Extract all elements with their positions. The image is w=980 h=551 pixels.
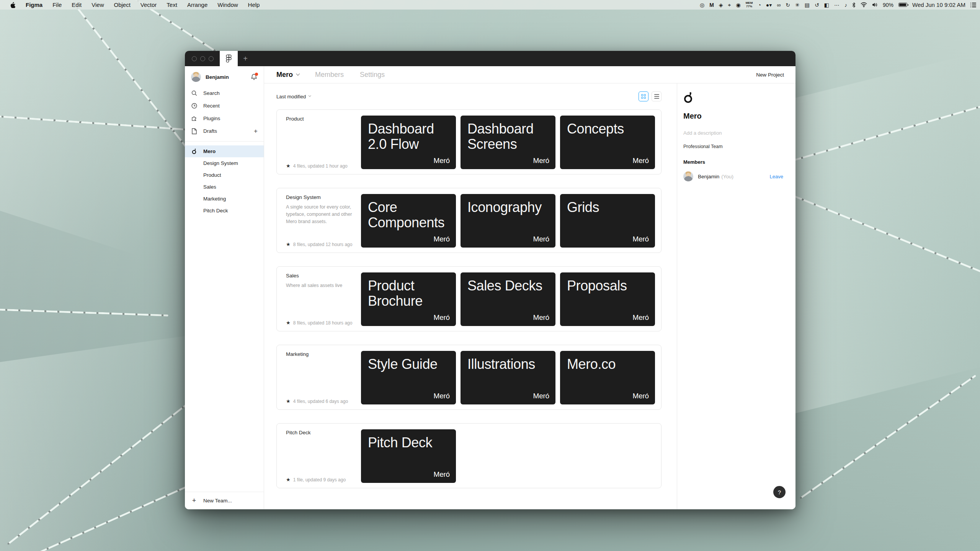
file-tile[interactable]: Proposals Meró <box>560 272 655 326</box>
menu-file[interactable]: File <box>47 2 67 8</box>
project-card-design-system[interactable]: Design System A single source for every … <box>276 188 662 253</box>
zoom-window-button[interactable] <box>209 56 214 61</box>
sidebar-project-design-system[interactable]: Design System <box>185 157 264 169</box>
favorite-star-icon[interactable]: ★ <box>286 398 291 404</box>
home-tab[interactable] <box>220 51 238 66</box>
menu-app-name[interactable]: Figma <box>21 2 47 8</box>
menu-edit[interactable]: Edit <box>67 2 87 8</box>
team-name-dropdown[interactable]: Mero <box>276 71 299 79</box>
sidebar-project-pitch-deck[interactable]: Pitch Deck <box>185 205 264 217</box>
project-card-pitch-deck[interactable]: Pitch Deck ★ 1 file, updated 9 days ago … <box>276 423 662 488</box>
menu-vector[interactable]: Vector <box>136 2 162 8</box>
project-title[interactable]: Sales <box>286 273 359 279</box>
new-tab-button[interactable]: + <box>238 51 253 66</box>
gauge-icon[interactable]: ◔ <box>758 2 761 8</box>
menu-arrange[interactable]: Arrange <box>182 2 212 8</box>
file-tile[interactable]: Illustrations Meró <box>461 351 555 404</box>
sidebar-project-marketing[interactable]: Marketing <box>185 193 264 205</box>
wifi-icon[interactable] <box>861 2 867 7</box>
shutter-icon[interactable]: ✳ <box>795 2 800 8</box>
eyedropper-icon[interactable]: ⌖ <box>728 2 731 8</box>
adobe-cc-icon[interactable]: ◎ <box>700 2 704 8</box>
favorite-star-icon[interactable]: ★ <box>286 163 291 169</box>
favorite-star-icon[interactable]: ★ <box>286 477 291 483</box>
sort-dropdown[interactable]: Last modified <box>276 94 310 99</box>
project-card-info: Product ★ 4 files, updated 1 hour ago <box>286 116 359 169</box>
location-icon[interactable]: ◉ <box>736 2 740 8</box>
leave-team-link[interactable]: Leave <box>770 174 783 179</box>
tab-members[interactable]: Members <box>315 71 344 79</box>
memory-status[interactable]: MEM 77% <box>746 2 753 8</box>
notification-dot <box>255 73 258 76</box>
project-card-sales[interactable]: Sales Where all sales assets live ★ 8 fi… <box>276 266 662 331</box>
project-card-info: Pitch Deck ★ 1 file, updated 9 days ago <box>286 430 359 483</box>
more-dots-icon[interactable]: ⋯ <box>834 2 840 8</box>
file-tile[interactable]: Core Components Meró <box>361 194 456 248</box>
minimize-window-button[interactable] <box>200 56 205 61</box>
bluetooth-icon[interactable] <box>852 2 856 8</box>
file-tile[interactable]: Iconography Meró <box>461 194 555 248</box>
m-app-icon[interactable]: M <box>709 2 714 8</box>
favorite-star-icon[interactable]: ★ <box>286 241 291 247</box>
sidebar-item-recent[interactable]: Recent <box>185 99 264 112</box>
app-body: Benjamin Search Rece <box>185 66 795 509</box>
pointer-app-icon[interactable]: ●▾ <box>766 2 772 8</box>
grid-view-button[interactable] <box>639 91 648 101</box>
wallpaper-leaf-edge <box>0 308 168 316</box>
file-tile[interactable]: Grids Meró <box>560 194 655 248</box>
project-title[interactable]: Marketing <box>286 351 359 357</box>
volume-icon[interactable] <box>872 2 878 7</box>
list-view-menu-icon[interactable] <box>970 3 976 7</box>
project-card-product[interactable]: Product ★ 4 files, updated 1 hour ago Da… <box>276 109 662 174</box>
menu-view[interactable]: View <box>87 2 109 8</box>
glasses-icon[interactable]: ∞ <box>777 2 781 8</box>
new-team-button[interactable]: + New Team... <box>185 492 264 509</box>
file-tiles: Dashboard 2.0 Flow Meró Dashboard Screen… <box>361 116 655 169</box>
window-titlebar[interactable]: + <box>185 51 795 66</box>
project-title[interactable]: Product <box>286 116 359 122</box>
new-draft-icon[interactable]: + <box>254 127 258 135</box>
apple-menu-icon[interactable] <box>5 2 21 8</box>
file-tile[interactable]: Style Guide Meró <box>361 351 456 404</box>
sidebar-item-drafts[interactable]: Drafts + <box>185 125 264 137</box>
sidebar-project-sales[interactable]: Sales <box>185 181 264 193</box>
file-tile[interactable]: Product Brochure Meró <box>361 272 456 326</box>
time-machine-icon[interactable]: ↺ <box>815 2 819 8</box>
sidebar-project-product[interactable]: Product <box>185 169 264 181</box>
menu-bar-clock[interactable]: Wed Jun 10 9:02 AM <box>912 2 965 8</box>
notes-icon[interactable]: ▤ <box>805 2 810 8</box>
file-tile[interactable]: Sales Decks Meró <box>461 272 555 326</box>
affinity-icon[interactable]: ◈ <box>719 2 723 8</box>
sync-clock-icon[interactable]: ↻ <box>786 2 790 8</box>
project-card-marketing[interactable]: Marketing ★ 4 files, updated 6 days ago … <box>276 345 662 410</box>
close-window-button[interactable] <box>192 56 197 61</box>
add-description-field[interactable]: Add a description <box>683 130 783 136</box>
file-tile[interactable]: Mero.co Meró <box>560 351 655 404</box>
file-tile[interactable]: Dashboard 2.0 Flow Meró <box>361 116 456 169</box>
user-avatar[interactable] <box>191 72 201 82</box>
file-tile[interactable]: Concepts Meró <box>560 116 655 169</box>
control-toggles-icon[interactable]: ◧ <box>824 2 829 8</box>
menu-help[interactable]: Help <box>243 2 265 8</box>
file-tile[interactable]: Pitch Deck Meró <box>361 429 456 483</box>
sidebar-item-plugins[interactable]: Plugins <box>185 112 264 125</box>
favorite-star-icon[interactable]: ★ <box>286 320 291 326</box>
new-project-button[interactable]: New Project <box>756 72 784 78</box>
file-tile[interactable]: Dashboard Screens Meró <box>461 116 555 169</box>
notifications-bell-icon[interactable] <box>251 73 258 80</box>
file-tiles: Core Components Meró Iconography Meró Gr… <box>361 194 655 248</box>
list-view-button[interactable] <box>652 91 662 101</box>
battery-icon[interactable] <box>898 3 907 7</box>
sidebar-team-mero[interactable]: Mero <box>185 145 264 157</box>
menu-object[interactable]: Object <box>109 2 135 8</box>
project-meta: ★ 4 files, updated 6 days ago <box>286 398 359 404</box>
sidebar-item-search[interactable]: Search <box>185 87 264 99</box>
user-account-row[interactable]: Benjamin <box>185 66 264 87</box>
menu-window[interactable]: Window <box>212 2 243 8</box>
tab-settings[interactable]: Settings <box>360 71 385 79</box>
menu-text[interactable]: Text <box>162 2 182 8</box>
help-button[interactable]: ? <box>773 486 786 498</box>
project-title[interactable]: Design System <box>286 194 359 200</box>
audio-input-icon[interactable]: ♪ <box>844 2 847 8</box>
project-title[interactable]: Pitch Deck <box>286 430 359 435</box>
